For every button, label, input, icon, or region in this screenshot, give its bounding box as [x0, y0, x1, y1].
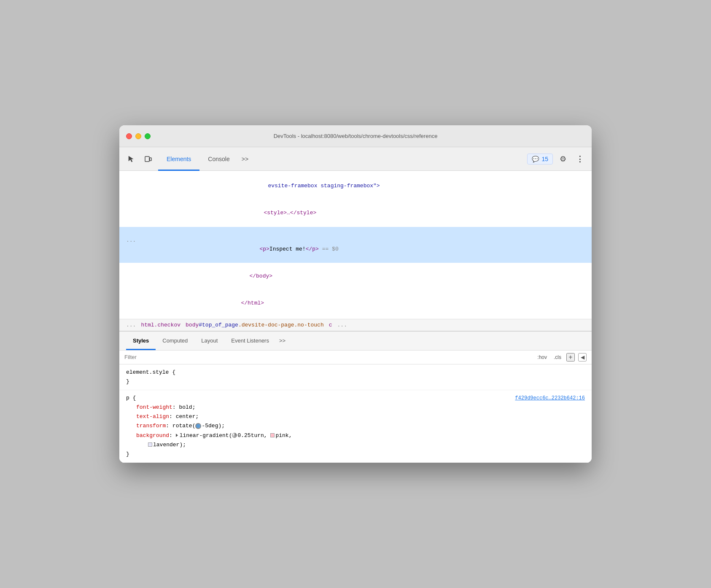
html-tag-close: </p>	[306, 246, 319, 252]
prop-value-background[interactable]: linear-gradient(0.25turn, pink,	[180, 432, 292, 439]
hov-button[interactable]: :hov	[536, 353, 549, 361]
filter-actions: :hov .cls + ◀	[536, 353, 587, 361]
html-content: </html>	[241, 300, 264, 306]
prop-name-transform[interactable]: transform	[136, 423, 166, 429]
lavender-swatch[interactable]	[148, 442, 152, 447]
css-property-background: background: linear-gradient(0.25turn, pi…	[126, 431, 585, 440]
html-content: <style>…</style>	[264, 210, 316, 216]
css-property-transform: transform: rotate(-5deg);	[126, 421, 585, 431]
bottom-panel: Styles Computed Layout Event Listeners >…	[119, 331, 592, 463]
inspect-icon[interactable]	[124, 152, 138, 166]
main-tabs: Elements Console >>	[158, 147, 524, 171]
cls-button[interactable]: .cls	[552, 353, 563, 361]
pink-swatch[interactable]	[270, 433, 275, 437]
prop-value-transform[interactable]: rotate(-5deg);	[172, 423, 225, 429]
prop-name-text-align[interactable]: text-align	[136, 413, 169, 420]
issues-badge[interactable]: 💬 15	[527, 154, 553, 165]
dom-eq: == $0	[319, 246, 339, 252]
angle-icon[interactable]	[195, 423, 201, 429]
tab-computed[interactable]: Computed	[156, 332, 194, 350]
more-panel-tabs[interactable]: >>	[276, 333, 289, 348]
traffic-lights	[126, 133, 151, 139]
prop-value-background-cont: lavender);	[148, 442, 186, 448]
breadcrumb-c[interactable]: c	[329, 322, 332, 328]
issues-icon: 💬	[532, 156, 539, 162]
html-line: </body>	[119, 263, 592, 290]
gear-icon: ⚙	[560, 154, 566, 164]
gradient-icon[interactable]	[232, 433, 237, 438]
css-property-background-cont: lavender);	[126, 440, 585, 450]
toggle-panel-button[interactable]: ◀	[578, 353, 587, 361]
prop-value-text-align[interactable]: center;	[176, 413, 199, 420]
maximize-button[interactable]	[145, 133, 151, 139]
html-tag-open: <p>	[259, 246, 269, 252]
html-content: Inspect me!	[269, 246, 306, 252]
html-line: </html>	[119, 290, 592, 317]
ellipsis-icon: ⋮	[576, 154, 584, 164]
tab-styles[interactable]: Styles	[126, 332, 156, 350]
css-selector-p: p {	[126, 394, 136, 403]
main-toolbar: Elements Console >> 💬 15 ⚙ ⋮	[119, 147, 592, 171]
more-options-button[interactable]: ⋮	[573, 152, 587, 166]
breadcrumb-more[interactable]: ...	[126, 322, 136, 328]
svg-rect-0	[145, 156, 149, 162]
css-property-text-align: text-align: center;	[126, 412, 585, 421]
css-rule-element-style: element.style { }	[119, 364, 592, 390]
css-rules-container: element.style { } p { f429d9ecc6c…2232b6…	[119, 364, 592, 463]
tab-console[interactable]: Console	[199, 147, 238, 171]
svg-rect-1	[150, 158, 151, 161]
tab-event-listeners[interactable]: Event Listeners	[224, 332, 276, 350]
breadcrumb: ... html.checkov body#top_of_page.devsit…	[119, 319, 592, 331]
html-content: </body>	[249, 273, 272, 279]
breadcrumb-html[interactable]: html.checkov	[141, 322, 180, 328]
css-property-font-weight: font-weight: bold;	[126, 403, 585, 412]
tab-elements[interactable]: Elements	[158, 147, 199, 171]
breadcrumb-body[interactable]: body#top_of_page.devsite-doc-page.no-tou…	[186, 322, 324, 328]
add-style-button[interactable]: +	[566, 353, 575, 361]
close-button[interactable]	[126, 133, 132, 139]
css-selector: element.style {	[126, 368, 175, 377]
expand-gradient-button[interactable]	[176, 434, 178, 437]
issues-count: 15	[541, 156, 548, 162]
expand-dots[interactable]: ...	[126, 236, 136, 245]
toolbar-right: 💬 15 ⚙ ⋮	[527, 152, 587, 166]
prop-name-font-weight[interactable]: font-weight	[136, 404, 172, 410]
css-close-brace: }	[126, 377, 585, 386]
html-line: <style>…</style>	[119, 200, 592, 227]
title-bar: DevTools - localhost:8080/web/tools/chro…	[119, 125, 592, 147]
prop-name-background[interactable]: background	[136, 432, 169, 439]
css-rule-header: element.style {	[126, 368, 585, 377]
devtools-window: DevTools - localhost:8080/web/tools/chro…	[119, 125, 592, 463]
css-rule-header-p: p { f429d9ecc6c…2232b642:16	[126, 394, 585, 403]
html-line-selected[interactable]: ... <p>Inspect me!</p> == $0	[119, 227, 592, 263]
html-panel: evsite-framebox staging-framebox"> <styl…	[119, 171, 592, 319]
settings-button[interactable]: ⚙	[556, 152, 570, 166]
breadcrumb-ellipsis[interactable]: ...	[337, 322, 347, 328]
tab-layout[interactable]: Layout	[194, 332, 224, 350]
prop-value-font-weight[interactable]: bold;	[179, 404, 195, 410]
filter-input[interactable]	[124, 354, 532, 360]
device-toolbar-icon[interactable]	[141, 152, 155, 166]
filter-bar: :hov .cls + ◀	[119, 351, 592, 364]
html-lines: evsite-framebox staging-framebox"> <styl…	[119, 171, 592, 319]
minimize-button[interactable]	[135, 133, 141, 139]
css-close-brace-p: }	[126, 450, 585, 459]
css-source-link[interactable]: f429d9ecc6c…2232b642:16	[515, 394, 585, 402]
panel-tabs: Styles Computed Layout Event Listeners >…	[119, 332, 592, 351]
html-line: evsite-framebox staging-framebox">	[119, 173, 592, 200]
css-rule-p: p { f429d9ecc6c…2232b642:16 font-weight:…	[119, 390, 592, 463]
more-tabs-button[interactable]: >>	[238, 153, 252, 165]
panel-icon: ◀	[581, 354, 584, 360]
html-content: evsite-framebox staging-framebox">	[268, 183, 380, 189]
window-title: DevTools - localhost:8080/web/tools/chro…	[274, 133, 438, 139]
styles-panel: :hov .cls + ◀ element.style {	[119, 351, 592, 463]
